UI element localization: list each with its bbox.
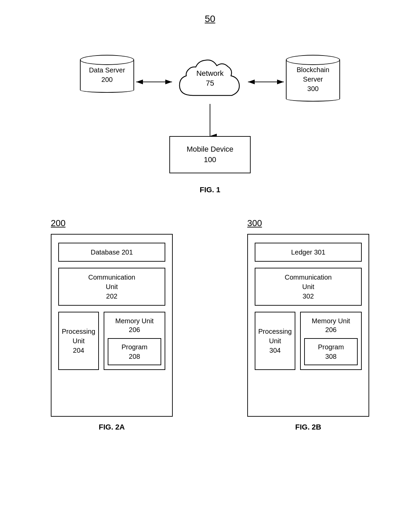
data-server-label: Data Server — [89, 65, 125, 75]
fig2b-comm-box: Communication Unit 302 — [255, 268, 362, 306]
cylinder-bottom-blockchain — [286, 96, 340, 102]
fig1-main-label: 50 — [205, 14, 215, 24]
fig2a-comm-line3: 202 — [106, 292, 117, 300]
fig2b-comm-line1: Communication — [285, 274, 332, 281]
cylinder-top-blockchain — [286, 55, 340, 65]
cylinder-bottom-data — [80, 87, 134, 93]
fig2b-program-number: 308 — [325, 353, 336, 360]
fig2b-memory-stack: Memory Unit 206 Program 308 — [300, 312, 362, 370]
blockchain-number: 300 — [307, 84, 318, 93]
fig2b-program-box: Program 308 — [304, 338, 358, 365]
fig2a-comm-line2: Unit — [106, 283, 118, 290]
fig2b-comm-line3: 302 — [302, 292, 314, 300]
fig2a-outer-box: Database 201 Communication Unit 202 Proc… — [51, 234, 173, 417]
network-cloud: Network 75 — [173, 51, 247, 106]
fig2a-program-box: Program 208 — [108, 338, 161, 365]
fig1-section: 50 — [0, 0, 420, 211]
fig2a-caption: FIG. 2A — [51, 423, 173, 432]
fig2b-ledger-box: Ledger 301 — [255, 243, 362, 262]
network-label: Network 75 — [196, 69, 224, 88]
fig2a-comm-line1: Communication — [88, 274, 135, 281]
fig2b-ledger-label: Ledger 301 — [291, 248, 325, 256]
cylinder-body-blockchain: Blockchain Server 300 — [286, 60, 340, 96]
fig2a-memory-stack: Memory Unit 206 Program 208 — [104, 312, 165, 370]
fig2b-program-label: Program — [318, 343, 344, 351]
fig2b-memory-label: Memory Unit 206 — [304, 316, 358, 334]
fig2a-memory-label: Memory Unit 206 — [108, 316, 161, 334]
fig2a-proc-box: ProcessingUnit204 — [58, 312, 99, 370]
fig2a-block: 200 Database 201 Communication Unit 202 … — [51, 218, 173, 432]
fig1-diagram: Data Server 200 Network 75 Blockchain Se… — [78, 45, 342, 180]
mobile-device-number: 100 — [204, 155, 216, 165]
fig2b-outer-box: Ledger 301 Communication Unit 302 Proces… — [247, 234, 369, 417]
fig2a-bottom-row: ProcessingUnit204 Memory Unit 206 Progra… — [58, 312, 165, 370]
fig2a-database-label: Database 201 — [91, 248, 133, 256]
fig2a-database-box: Database 201 — [58, 243, 165, 262]
fig2b-comm-line2: Unit — [302, 283, 314, 290]
data-server-number: 200 — [101, 75, 112, 84]
blockchain-label: Blockchain Server — [287, 65, 339, 84]
fig1-caption: FIG. 1 — [200, 185, 220, 194]
fig2b-proc-number: 304 — [269, 347, 280, 354]
fig2a-proc-number: 204 — [73, 347, 84, 354]
cylinder-top-data — [80, 55, 134, 65]
blockchain-server: Blockchain Server 300 — [286, 55, 340, 102]
fig2b-block: 300 Ledger 301 Communication Unit 302 Pr… — [247, 218, 369, 432]
fig2-section: 200 Database 201 Communication Unit 202 … — [0, 211, 420, 438]
fig2b-bottom-row: ProcessingUnit304 Memory Unit 206 Progra… — [255, 312, 362, 370]
fig2a-label: 200 — [51, 218, 65, 228]
fig2b-caption: FIG. 2B — [247, 423, 369, 432]
mobile-device-box: Mobile Device 100 — [169, 136, 251, 173]
fig2a-program-label: Program — [122, 343, 148, 351]
fig2a-comm-box: Communication Unit 202 — [58, 268, 165, 306]
mobile-device-label: Mobile Device — [187, 144, 233, 155]
fig2b-proc-box: ProcessingUnit304 — [255, 312, 295, 370]
data-server: Data Server 200 — [80, 55, 134, 93]
fig2a-program-number: 208 — [129, 353, 140, 360]
fig2b-label: 300 — [247, 218, 262, 228]
